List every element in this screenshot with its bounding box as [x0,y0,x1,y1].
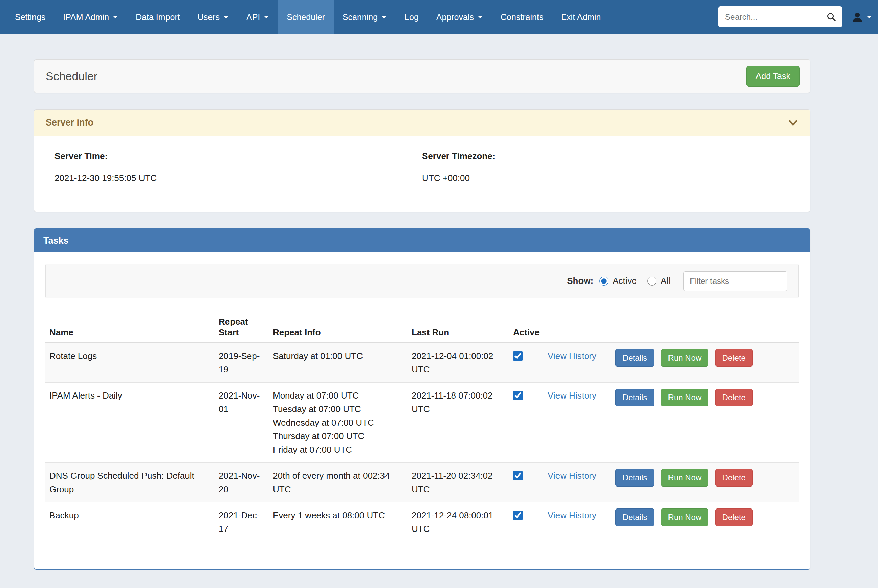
view-history-link[interactable]: View History [548,471,596,481]
task-name: Backup [45,502,215,542]
task-repeat-info: 20th of every month at 002:34 UTC [269,463,408,502]
task-last-run: 2021-12-04 01:00:02 UTC [408,343,509,382]
task-history-cell: View History [543,343,611,382]
nav-item-label: IPAM Admin [63,12,109,22]
nav-item-scheduler[interactable]: Scheduler [278,0,334,34]
task-active-cell [509,502,543,542]
server-timezone-label: Server Timezone: [422,151,789,161]
task-name: Rotate Logs [45,343,215,382]
task-active-checkbox[interactable] [513,351,522,361]
task-actions-cell: Details Run Now Delete [611,502,799,542]
server-timezone-block: Server Timezone: UTC +00:00 [422,151,789,183]
table-row: Backup 2021-Dec-17 Every 1 weeks at 08:0… [45,502,799,542]
server-time-label: Server Time: [54,151,422,161]
delete-button[interactable]: Delete [715,349,753,367]
add-task-button[interactable]: Add Task [746,66,800,87]
delete-button[interactable]: Delete [715,508,753,526]
caret-down-icon [113,16,118,18]
column-header-blank [543,312,611,343]
run-now-button[interactable]: Run Now [661,469,709,486]
details-button[interactable]: Details [615,389,654,406]
nav-item-label: Users [198,12,220,22]
chevron-down-icon [866,16,872,18]
tasks-panel: Tasks Show: Active All [34,228,810,570]
chevron-down-icon[interactable] [788,117,798,128]
view-history-link[interactable]: View History [548,351,596,361]
caret-down-icon [224,16,229,18]
active-radio[interactable] [599,277,608,285]
tasks-body: Show: Active All [34,252,810,569]
column-header-active: Active [509,312,543,343]
delete-button[interactable]: Delete [715,469,753,486]
delete-button[interactable]: Delete [715,389,753,406]
details-button[interactable]: Details [615,349,654,367]
nav-item-data-import[interactable]: Data Import [127,0,189,34]
task-active-cell [509,463,543,502]
nav-item-users[interactable]: Users [189,0,238,34]
server-info-header[interactable]: Server info [34,110,810,136]
task-repeat-info: Monday at 07:00 UTCTuesday at 07:00 UTCW… [269,382,408,463]
tasks-header: Tasks [34,229,810,252]
details-button[interactable]: Details [615,469,654,486]
user-icon [852,11,863,22]
details-button[interactable]: Details [615,508,654,526]
run-now-button[interactable]: Run Now [661,508,709,526]
nav-item-label: Exit Admin [561,12,601,22]
task-last-run: 2021-11-20 02:34:02 UTC [408,463,509,502]
table-header-row: NameRepeat StartRepeat InfoLast RunActiv… [45,312,799,343]
column-header-blank [611,312,799,343]
task-active-cell [509,343,543,382]
nav-item-constraints[interactable]: Constraints [492,0,552,34]
task-repeat-info: Saturday at 01:00 UTC [269,343,408,382]
search-icon [826,12,836,22]
server-info-body: Server Time: 2021-12-30 19:55:05 UTC Ser… [34,136,810,212]
filter-tasks-input[interactable] [683,272,787,291]
run-now-button[interactable]: Run Now [661,349,709,367]
nav-item-label: Scanning [342,12,378,22]
nav-right [718,0,872,34]
search-group [718,6,842,27]
nav-item-scanning[interactable]: Scanning [334,0,396,34]
nav-item-ipam-admin[interactable]: IPAM Admin [54,0,127,34]
nav-item-label: Log [404,12,419,22]
search-input[interactable] [718,6,820,27]
server-time-value: 2021-12-30 19:55:05 UTC [54,173,422,183]
nav-item-exit-admin[interactable]: Exit Admin [552,0,609,34]
server-time-block: Server Time: 2021-12-30 19:55:05 UTC [54,151,422,183]
view-history-link[interactable]: View History [548,510,596,520]
nav-item-label: Scheduler [287,12,325,22]
nav-item-label: API [246,12,260,22]
run-now-button[interactable]: Run Now [661,389,709,406]
column-header-last-run: Last Run [408,312,509,343]
filter-all-option[interactable]: All [647,276,671,286]
filter-active-option[interactable]: Active [599,276,637,286]
task-repeat-info: Every 1 weeks at 08:00 UTC [269,502,408,542]
server-info-title: Server info [46,117,93,128]
task-active-checkbox[interactable] [513,471,522,480]
task-history-cell: View History [543,382,611,463]
all-radio[interactable] [647,277,656,285]
task-active-checkbox[interactable] [513,391,522,400]
task-repeat-start: 2021-Nov-20 [215,463,269,502]
task-last-run: 2021-12-24 08:00:01 UTC [408,502,509,542]
nav-item-label: Data Import [136,12,180,22]
column-header-repeat-info: Repeat Info [269,312,408,343]
column-header-repeat-start: Repeat Start [215,312,269,343]
nav-item-log[interactable]: Log [396,0,428,34]
nav-item-api[interactable]: API [238,0,278,34]
task-name: DNS Group Scheduled Push: Default Group [45,463,215,502]
all-radio-label: All [661,276,671,286]
nav-item-approvals[interactable]: Approvals [428,0,492,34]
table-row: Rotate Logs 2019-Sep-19 Saturday at 01:0… [45,343,799,382]
task-actions-cell: Details Run Now Delete [611,382,799,463]
task-active-checkbox[interactable] [513,510,522,520]
tasks-table-body: Rotate Logs 2019-Sep-19 Saturday at 01:0… [45,343,799,542]
task-repeat-start: 2021-Dec-17 [215,502,269,542]
top-navbar: Settings IPAM Admin Data Import Users AP… [0,0,878,34]
user-menu-button[interactable] [852,11,872,22]
scheduler-header-panel: Scheduler Add Task [34,59,810,93]
nav-item-settings[interactable]: Settings [6,0,54,34]
caret-down-icon [381,16,387,18]
view-history-link[interactable]: View History [548,390,596,400]
search-button[interactable] [820,6,842,27]
